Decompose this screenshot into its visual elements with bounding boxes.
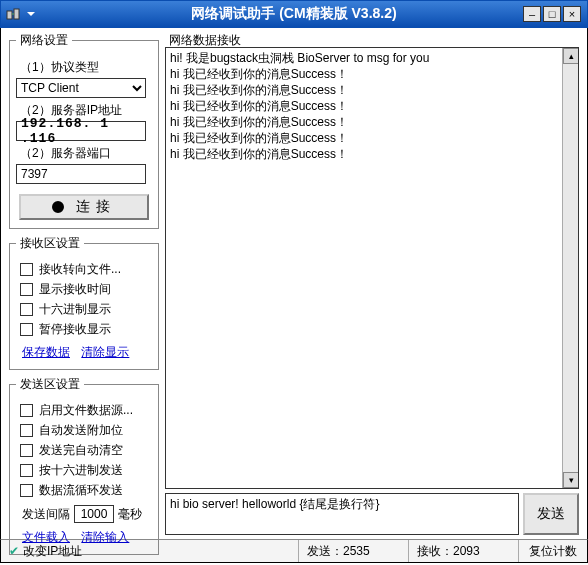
status-ip-text: 改变IP地址: [23, 543, 82, 560]
send-button[interactable]: 发送: [523, 493, 579, 535]
send-opt-row[interactable]: 按十六进制发送: [20, 462, 152, 479]
maximize-button[interactable]: □: [543, 6, 561, 22]
status-send-label: 发送：: [307, 543, 343, 560]
server-port-input[interactable]: 7397: [16, 164, 146, 184]
protocol-label: （1）协议类型: [20, 59, 152, 76]
recv-opt-row[interactable]: 显示接收时间: [20, 281, 152, 298]
recv-line: hi 我已经收到你的消息Success！: [170, 82, 556, 98]
send-opt-row[interactable]: 启用文件数据源...: [20, 402, 152, 419]
connect-status-icon: [52, 201, 64, 213]
close-button[interactable]: ×: [563, 6, 581, 22]
send-opt-row[interactable]: 自动发送附加位: [20, 422, 152, 439]
server-ip-input[interactable]: 192.168. 1 .116: [16, 121, 146, 141]
checkbox-icon[interactable]: [20, 283, 33, 296]
checkbox-icon[interactable]: [20, 424, 33, 437]
statusbar: ✔ 改变IP地址 发送： 2535 接收： 2093 复位计数: [0, 539, 588, 563]
recv-line: hi! 我是bugstack虫洞栈 BioServer to msg for y…: [170, 50, 556, 66]
network-settings-group: 网络设置 （1）协议类型 TCP Client （2）服务器IP地址 192.1…: [9, 32, 159, 229]
send-opt-label: 按十六进制发送: [39, 462, 123, 479]
recv-opt-label: 接收转向文件...: [39, 261, 121, 278]
recv-line: hi 我已经收到你的消息Success！: [170, 66, 556, 82]
status-recv-label: 接收：: [417, 543, 453, 560]
send-opt-label: 自动发送附加位: [39, 422, 123, 439]
interval-unit: 毫秒: [118, 506, 142, 523]
recv-line: hi 我已经收到你的消息Success！: [170, 146, 556, 162]
recv-opt-row[interactable]: 接收转向文件...: [20, 261, 152, 278]
minimize-button[interactable]: –: [523, 6, 541, 22]
send-settings-group: 发送区设置 启用文件数据源... 自动发送附加位 发送完自动清空 按十六进制发送…: [9, 376, 159, 555]
scroll-up-icon[interactable]: ▴: [563, 48, 579, 64]
checkbox-icon[interactable]: [20, 464, 33, 477]
checkbox-icon[interactable]: [20, 323, 33, 336]
send-opt-label: 发送完自动清空: [39, 442, 123, 459]
network-settings-legend: 网络设置: [16, 32, 72, 49]
checkbox-icon[interactable]: [20, 444, 33, 457]
connect-button-label: 连接: [76, 198, 116, 216]
recv-opt-row[interactable]: 暂停接收显示: [20, 321, 152, 338]
recv-opt-label: 十六进制显示: [39, 301, 111, 318]
svg-rect-0: [7, 11, 12, 19]
app-icon: [5, 6, 21, 22]
checkbox-icon[interactable]: [20, 303, 33, 316]
clear-display-link[interactable]: 清除显示: [81, 345, 129, 359]
recv-line: hi 我已经收到你的消息Success！: [170, 98, 556, 114]
recv-area-label: 网络数据接收: [165, 32, 579, 47]
send-opt-label: 启用文件数据源...: [39, 402, 133, 419]
server-port-label: （2）服务器端口: [20, 145, 152, 162]
recv-opt-row[interactable]: 十六进制显示: [20, 301, 152, 318]
status-recv-count: 2093: [453, 544, 480, 558]
window-title: 网络调试助手 (CM精装版 V3.8.2): [191, 5, 396, 23]
send-opt-row[interactable]: 发送完自动清空: [20, 442, 152, 459]
recv-settings-group: 接收区设置 接收转向文件... 显示接收时间 十六进制显示 暂停接收显示 保存数…: [9, 235, 159, 370]
reset-count-button[interactable]: 复位计数: [519, 540, 587, 562]
dropdown-icon[interactable]: [23, 6, 39, 22]
connect-button[interactable]: 连接: [19, 194, 149, 220]
svg-rect-1: [14, 9, 19, 19]
interval-label: 发送间隔: [22, 506, 70, 523]
scroll-down-icon[interactable]: ▾: [563, 472, 579, 488]
interval-input[interactable]: [74, 505, 114, 523]
save-data-link[interactable]: 保存数据: [22, 345, 70, 359]
send-opt-row[interactable]: 数据流循环发送: [20, 482, 152, 499]
recv-line: hi 我已经收到你的消息Success！: [170, 114, 556, 130]
protocol-select[interactable]: TCP Client: [16, 78, 146, 98]
checkbox-icon[interactable]: [20, 484, 33, 497]
recv-settings-legend: 接收区设置: [16, 235, 84, 252]
status-ready-icon: ✔: [9, 544, 19, 558]
recv-opt-label: 显示接收时间: [39, 281, 111, 298]
send-opt-label: 数据流循环发送: [39, 482, 123, 499]
scrollbar[interactable]: ▴ ▾: [562, 48, 578, 488]
status-send-count: 2535: [343, 544, 370, 558]
checkbox-icon[interactable]: [20, 404, 33, 417]
send-settings-legend: 发送区设置: [16, 376, 84, 393]
recv-opt-label: 暂停接收显示: [39, 321, 111, 338]
titlebar: 网络调试助手 (CM精装版 V3.8.2) – □ ×: [0, 0, 588, 28]
recv-line: hi 我已经收到你的消息Success！: [170, 130, 556, 146]
send-textarea[interactable]: [165, 493, 519, 535]
checkbox-icon[interactable]: [20, 263, 33, 276]
recv-textarea[interactable]: hi! 我是bugstack虫洞栈 BioServer to msg for y…: [165, 47, 579, 489]
